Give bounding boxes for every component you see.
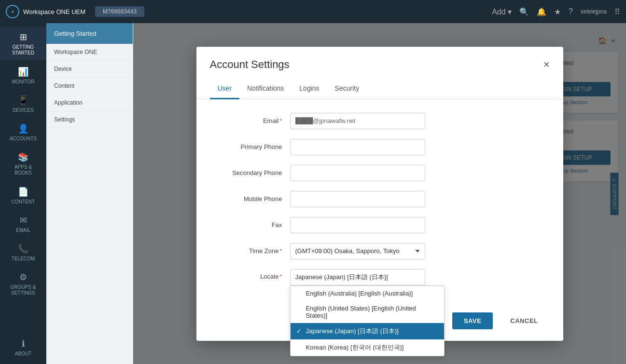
sidebar-item-content[interactable]: 📄 CONTENT xyxy=(0,182,46,208)
required-star-locale: * xyxy=(279,273,282,280)
locale-label-en-au: English (Australia) [English (Australia)… xyxy=(306,290,413,297)
locale-display[interactable]: Japanese (Japan) [日本語 (日本)] xyxy=(290,269,425,285)
sidebar-item-accounts[interactable]: 👤 ACCOUNTS xyxy=(0,119,46,145)
secondary-phone-input[interactable] xyxy=(290,165,425,181)
account-settings-modal: Account Settings × User Notifications Lo… xyxy=(196,47,563,341)
primary-phone-label: Primary Phone xyxy=(210,143,282,150)
save-button[interactable]: SAVE xyxy=(452,312,493,329)
tab-security[interactable]: Security xyxy=(327,79,367,99)
nav-icons: Add ▾ 🔍 🔔 ★ ? selelejpna ⠿ xyxy=(492,7,620,16)
locale-label-ja-jp: Japanese (Japan) [日本語 (日本)] xyxy=(306,327,399,336)
nav-id-button[interactable]: M766683443 xyxy=(95,6,144,17)
sidebar-label-devices: DEVICES xyxy=(13,108,34,113)
sidebar-label-email: EMAIL xyxy=(16,228,30,233)
cancel-button[interactable]: CANCEL xyxy=(499,312,549,329)
required-star-tz: * xyxy=(279,247,282,255)
grid-icon[interactable]: ⠿ xyxy=(614,7,620,16)
left-nav-device[interactable]: Device xyxy=(46,61,133,78)
sidebar-item-getting-started[interactable]: ⊞ GETTINGSTARTED xyxy=(0,27,46,60)
fax-input[interactable] xyxy=(290,217,425,233)
add-button[interactable]: Add ▾ xyxy=(492,7,512,16)
locale-check-ja-jp: ✓ xyxy=(296,327,303,335)
top-navbar: ✦ Workspace ONE UEM M766683443 Add ▾ 🔍 🔔… xyxy=(0,0,626,23)
left-nav: Getting Started Workspace ONE Device Con… xyxy=(46,23,133,364)
mobile-phone-label: Mobile Phone xyxy=(210,195,282,202)
secondary-phone-row: Secondary Phone xyxy=(210,165,550,181)
monitor-icon: 📊 xyxy=(18,67,28,77)
devices-icon: 📱 xyxy=(18,95,28,106)
sidebar-label-getting-started: GETTINGSTARTED xyxy=(12,44,34,56)
sidebar-item-apps-books[interactable]: 📚 APPS &BOOKS xyxy=(0,147,46,180)
sidebar-item-monitor[interactable]: 📊 MONITOR xyxy=(0,62,46,88)
search-icon[interactable]: 🔍 xyxy=(519,7,529,16)
email-input[interactable] xyxy=(290,113,425,129)
locale-option-en-au[interactable]: English (Australia) [English (Australia)… xyxy=(291,286,444,301)
tab-user[interactable]: User xyxy=(210,79,240,99)
help-icon[interactable]: ? xyxy=(569,7,573,16)
modal-body: Email* Primary Phone Secondary Phone xyxy=(196,99,563,305)
mobile-phone-input[interactable] xyxy=(290,191,425,207)
getting-started-icon: ⊞ xyxy=(20,32,27,42)
star-icon[interactable]: ★ xyxy=(554,7,561,16)
tab-logins[interactable]: Logins xyxy=(292,79,327,99)
modal-title: Account Settings xyxy=(210,58,290,71)
app-logo[interactable]: ✦ Workspace ONE UEM xyxy=(6,5,85,18)
fax-row: Fax xyxy=(210,217,550,233)
required-star-email: * xyxy=(279,117,282,124)
sidebar-item-devices[interactable]: 📱 DEVICES xyxy=(0,90,46,117)
sidebar-label-monitor: MONITOR xyxy=(12,79,34,84)
sidebar-item-groups-settings[interactable]: ⚙ GROUPS &SETTINGS xyxy=(0,267,46,300)
accounts-icon: 👤 xyxy=(18,123,28,134)
left-nav-settings[interactable]: Settings xyxy=(46,111,133,128)
main-layout: ⊞ GETTINGSTARTED 📊 MONITOR 📱 DEVICES 👤 A… xyxy=(0,23,626,364)
timezone-select[interactable]: (GMT+09:00) Osaka, Sapporo, Tokyo xyxy=(290,243,425,259)
locale-option-ko-kr[interactable]: Korean (Korea) [한국어 (대한민국)] xyxy=(291,339,444,356)
left-nav-workspace-one[interactable]: Workspace ONE xyxy=(46,44,133,61)
locale-option-ja-jp[interactable]: ✓ Japanese (Japan) [日本語 (日本)] xyxy=(291,323,444,339)
secondary-phone-label: Secondary Phone xyxy=(210,169,282,176)
timezone-label: Time Zone* xyxy=(210,247,282,255)
apps-books-icon: 📚 xyxy=(18,152,28,162)
sidebar-label-about: ABOUT xyxy=(15,351,31,356)
sidebar-label-apps-books: APPS &BOOKS xyxy=(14,164,32,176)
logo-icon: ✦ xyxy=(6,5,19,18)
locale-row: Locale* Japanese (Japan) [日本語 (日本)] Engl… xyxy=(210,269,550,285)
sidebar-label-telecom: TELECOM xyxy=(12,256,35,261)
locale-option-en-us[interactable]: English (United States) [English (United… xyxy=(291,301,444,323)
content-area: Getting Started Workspace ONE Device Con… xyxy=(46,23,626,364)
locale-dropdown-container: Japanese (Japan) [日本語 (日本)] English (Aus… xyxy=(290,269,425,285)
mobile-phone-row: Mobile Phone xyxy=(210,191,550,207)
left-nav-header: Getting Started xyxy=(46,23,133,44)
timezone-select-container: (GMT+09:00) Osaka, Sapporo, Tokyo xyxy=(290,243,425,259)
bell-icon[interactable]: 🔔 xyxy=(537,7,546,16)
sidebar-label-content: CONTENT xyxy=(12,199,35,204)
email-label: Email* xyxy=(210,117,282,124)
timezone-row: Time Zone* (GMT+09:00) Osaka, Sapporo, T… xyxy=(210,243,550,259)
app-name: Workspace ONE UEM xyxy=(23,8,85,15)
modal-tabs: User Notifications Logins Security xyxy=(196,79,563,99)
telecom-icon: 📞 xyxy=(18,243,28,254)
user-menu[interactable]: selelejpna xyxy=(581,8,607,15)
primary-phone-row: Primary Phone xyxy=(210,139,550,155)
email-icon: ✉ xyxy=(20,215,27,226)
main-content: 🏠 ★ 0% Completed ...ntacts... BEGIN SETU… xyxy=(133,23,626,364)
left-nav-application[interactable]: Application xyxy=(46,94,133,111)
sidebar-item-about[interactable]: ℹ ABOUT xyxy=(0,334,46,360)
email-row: Email* xyxy=(210,113,550,129)
locale-label-ko-kr: Korean (Korea) [한국어 (대한민국)] xyxy=(306,343,404,352)
primary-phone-input[interactable] xyxy=(290,139,425,155)
sidebar-item-email[interactable]: ✉ EMAIL xyxy=(0,210,46,237)
left-nav-content[interactable]: Content xyxy=(46,78,133,94)
sidebar-item-telecom[interactable]: 📞 TELECOM xyxy=(0,239,46,265)
locale-label-en-us: English (United States) [English (United… xyxy=(306,305,438,319)
groups-settings-icon: ⚙ xyxy=(19,272,27,283)
sidebar-label-accounts: ACCOUNTS xyxy=(10,136,37,141)
fax-label: Fax xyxy=(210,221,282,229)
content-icon: 📄 xyxy=(18,187,28,197)
modal-close-button[interactable]: × xyxy=(543,59,550,70)
tab-notifications[interactable]: Notifications xyxy=(239,79,292,99)
sidebar-label-groups-settings: GROUPS &SETTINGS xyxy=(11,284,36,296)
about-icon: ℹ xyxy=(22,338,25,349)
modal-header: Account Settings × xyxy=(196,47,563,71)
locale-current-value: Japanese (Japan) [日本語 (日本)] xyxy=(295,273,388,282)
